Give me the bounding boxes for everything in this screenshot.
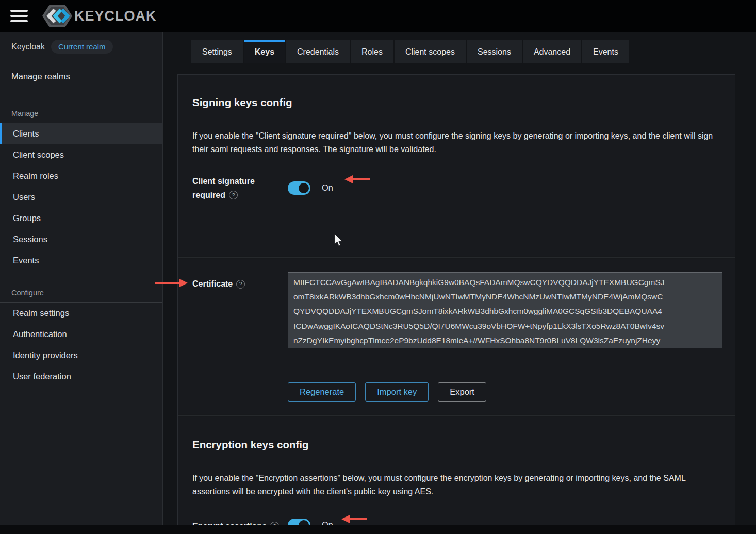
keycloak-hexagon-icon <box>41 3 73 29</box>
sidebar-item-realm-settings[interactable]: Realm settings <box>0 303 162 324</box>
sidebar-item-clients[interactable]: Clients <box>0 123 162 144</box>
certificate-buttons-row: Regenerate Import key Export <box>288 382 722 402</box>
nav-list-manage: Clients Client scopes Realm roles Users … <box>0 123 162 271</box>
nav-list-configure: Realm settings Authentication Identity p… <box>0 302 162 387</box>
sidebar-item-groups[interactable]: Groups <box>0 208 162 229</box>
certificate-label-col: Certificate? <box>192 272 288 401</box>
encryption-keys-description: If you enable the "Encryption assertions… <box>192 472 713 499</box>
sidebar-item-client-scopes[interactable]: Client scopes <box>0 144 162 165</box>
tab-keys[interactable]: Keys <box>244 40 285 63</box>
sidebar-item-events[interactable]: Events <box>0 250 162 271</box>
sidebar-item-identity-providers[interactable]: Identity providers <box>0 345 162 366</box>
client-signature-required-row: Client signature required? On <box>192 174 720 202</box>
sidebar-item-sessions[interactable]: Sessions <box>0 229 162 250</box>
keys-config-card: Signing keys config If you enable the "C… <box>177 74 735 525</box>
annotation-arrow-left-encrypt-toggle <box>341 515 368 523</box>
tab-credentials[interactable]: Credentials <box>286 40 350 63</box>
tab-sessions[interactable]: Sessions <box>467 40 522 63</box>
client-signature-toggle[interactable] <box>288 181 310 195</box>
client-signature-toggle-state: On <box>322 183 333 193</box>
sidebar-item-realm-roles[interactable]: Realm roles <box>0 165 162 187</box>
signing-keys-section: Signing keys config If you enable the "C… <box>178 75 735 256</box>
nav-group-title-manage: Manage <box>0 92 162 123</box>
regenerate-button[interactable]: Regenerate <box>288 382 356 402</box>
sidebar: Keycloak Current realm Manage realms Man… <box>0 32 163 525</box>
certificate-label: Certificate <box>192 279 233 288</box>
tab-roles[interactable]: Roles <box>351 40 393 63</box>
bottom-strip <box>0 525 756 534</box>
certificate-textarea[interactable] <box>288 272 722 348</box>
sidebar-item-users[interactable]: Users <box>0 187 162 208</box>
mouse-cursor <box>334 233 344 247</box>
encryption-keys-title: Encryption keys config <box>192 439 720 451</box>
import-key-button[interactable]: Import key <box>365 382 429 402</box>
annotation-arrow-left-signature-toggle <box>344 175 371 183</box>
annotation-arrow-right-certificate <box>154 279 188 287</box>
sidebar-item-authentication[interactable]: Authentication <box>0 324 162 345</box>
realm-name: Keycloak <box>11 42 45 52</box>
encryption-keys-section: Encryption keys config If you enable the… <box>178 417 735 534</box>
help-icon[interactable]: ? <box>229 191 238 199</box>
app-header: KEYCLOAK <box>0 0 756 32</box>
client-tabs: Settings Keys Credentials Roles Client s… <box>191 40 756 63</box>
certificate-field-col: Regenerate Import key Export <box>288 272 722 401</box>
client-signature-required-label: Client signature required <box>192 177 255 199</box>
sidebar-item-user-federation[interactable]: User federation <box>0 366 162 387</box>
tab-client-scopes[interactable]: Client scopes <box>395 40 466 63</box>
sidebar-item-manage-realms[interactable]: Manage realms <box>0 61 162 92</box>
brand-text: KEYCLOAK <box>74 8 157 24</box>
keycloak-logo: KEYCLOAK <box>41 3 157 29</box>
tab-advanced[interactable]: Advanced <box>523 40 581 63</box>
export-button[interactable]: Export <box>438 382 486 402</box>
help-icon[interactable]: ? <box>236 280 245 289</box>
toggle-knob <box>299 183 309 193</box>
main-content: Settings Keys Credentials Roles Client s… <box>163 32 756 525</box>
tab-events[interactable]: Events <box>582 40 629 63</box>
tab-settings[interactable]: Settings <box>191 40 243 63</box>
nav-group-title-configure: Configure <box>0 271 162 302</box>
signing-keys-description: If you enable the "Client signature requ… <box>192 129 713 157</box>
certificate-section: Certificate? Regenerate Import key Expor… <box>178 259 735 414</box>
current-realm-badge[interactable]: Current realm <box>51 40 113 54</box>
client-signature-required-label-col: Client signature required? <box>192 174 288 202</box>
hamburger-menu-icon[interactable] <box>10 10 28 22</box>
client-signature-toggle-wrap: On <box>288 174 333 202</box>
signing-keys-title: Signing keys config <box>192 96 720 109</box>
realm-selector[interactable]: Keycloak Current realm <box>0 32 162 61</box>
